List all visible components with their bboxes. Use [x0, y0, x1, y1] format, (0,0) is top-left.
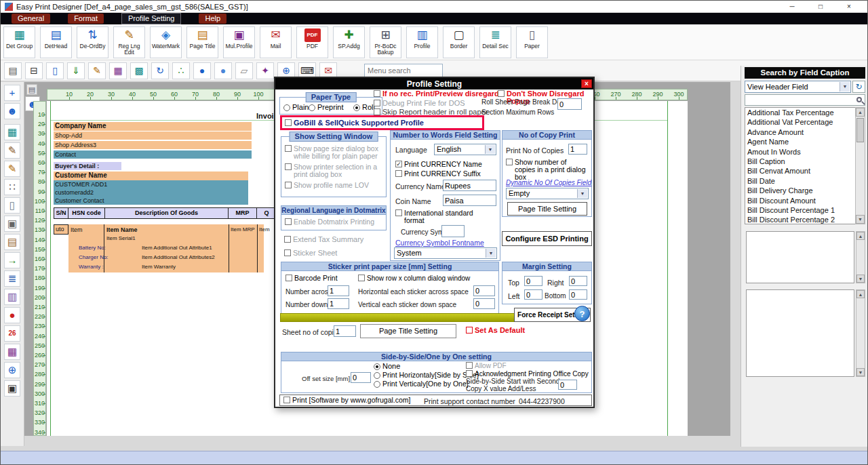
toolbar-sp-addg-button[interactable]: ✚SP.Addg	[333, 26, 365, 58]
field-list-item[interactable]: Bill Delivery Charge	[745, 186, 865, 195]
invoice-title[interactable]: Invoi	[256, 112, 274, 120]
debug-print-checkbox[interactable]: Debug Print File for DOS	[374, 100, 465, 107]
currency-symbol-input[interactable]	[441, 225, 465, 237]
no-rec-disregard-checkbox[interactable]: If no rec. Print/Preview disregard.	[374, 90, 501, 98]
scroll-up-icon[interactable]: ▲	[856, 108, 865, 117]
sticker-sheet-checkbox[interactable]: Sticker Sheet	[284, 249, 337, 257]
move-tool-button[interactable]: +	[4, 85, 20, 101]
customer-add2-field[interactable]: customeradd2	[54, 188, 248, 197]
field-list-item[interactable]: Bill Caption	[745, 157, 865, 166]
sheet-copies-input[interactable]	[334, 325, 356, 337]
row-column-window-checkbox[interactable]: Show row x column dialog window	[358, 275, 470, 282]
buyers-detail-label[interactable]: Buyer's Detail :	[54, 162, 121, 170]
dots-tool-button[interactable]: ∷	[4, 179, 20, 195]
number-down-input[interactable]	[328, 298, 349, 309]
language-select[interactable]: English	[434, 144, 496, 155]
menu-profile-setting[interactable]: Profile Setting	[121, 13, 181, 24]
table-header-sn[interactable]: S/N	[54, 207, 68, 219]
acknowledgment-checkbox[interactable]: Acknowledgment Printing Office Copy	[466, 370, 589, 378]
menu-general[interactable]: General	[12, 14, 50, 24]
toolbar-det-head-button[interactable]: ▤DetHead	[40, 26, 72, 58]
toolbar-watermark-button[interactable]: ◈WaterMark	[150, 26, 182, 58]
print-software-checkbox[interactable]: Print [Software by www.gofrugal.com]	[283, 397, 411, 404]
toolbar-pdf-button[interactable]: PDFPDF	[296, 26, 328, 58]
customer-add1-field[interactable]: CUSTOMER ADD1	[54, 180, 248, 188]
profile-lov-checkbox[interactable]: Show profile name LOV	[285, 182, 369, 189]
item-row-block[interactable]: Item Item Name Item MRP Item Item Serial…	[68, 224, 264, 272]
toolbar-mail-button[interactable]: ✉Mail	[260, 26, 292, 58]
globe-tool-button[interactable]: ⊕	[4, 362, 20, 378]
close-icon[interactable]: ×	[835, 1, 863, 12]
field-list-item[interactable]: Bill Cenvat Amount	[745, 166, 865, 176]
pen-tool-button[interactable]: ✎	[4, 161, 20, 177]
field-search-input[interactable]	[745, 94, 865, 106]
field-list-item[interactable]: Bill Date	[745, 176, 865, 186]
note-tool-button[interactable]: ▤	[4, 234, 20, 250]
currency-name-input[interactable]	[443, 180, 496, 191]
page-size-dialog-checkbox[interactable]: Show page size dialog box while billing …	[285, 145, 384, 160]
printer-selection-checkbox[interactable]: Show printer selection in a print dialog…	[285, 163, 384, 178]
toolbar-border-button[interactable]: ▢Border	[443, 26, 475, 58]
toolbar-reg-lng-edit-button[interactable]: ✎Reg Lng Edit	[113, 26, 145, 58]
paper-plain-radio[interactable]: Plain	[283, 104, 309, 111]
field-list-item[interactable]: Additional Vat Percentage	[745, 117, 865, 127]
page-title-setting-button-2[interactable]: Page Title Setting	[360, 324, 456, 338]
numbered-list-tool-button[interactable]: ≣	[4, 270, 20, 287]
field-list-item[interactable]: Agent Name	[745, 137, 865, 146]
field-list-item[interactable]: Advance Amount	[745, 127, 865, 137]
scroll-up-icon[interactable]: ▲	[856, 232, 865, 240]
help-icon[interactable]: ?	[574, 306, 590, 321]
toolbar-table-settings-button[interactable]: ▩	[130, 62, 148, 79]
toolbar-export-file-button[interactable]: ⇓	[67, 62, 85, 79]
toolbar-zoom-ball-button[interactable]: ●	[193, 62, 211, 79]
contact-field[interactable]: Contact	[54, 150, 252, 159]
side-horizontal-radio[interactable]: Print Horizontaly[Side by Side]	[374, 371, 479, 379]
shop-add-field[interactable]: Shop-Add	[54, 132, 252, 140]
dynamic-copies-link[interactable]: Dynamic No Of Copies Field	[506, 179, 591, 186]
menu-help[interactable]: Help	[199, 14, 226, 24]
start-second-input[interactable]	[558, 380, 577, 390]
refresh-icon[interactable]: ↻	[852, 81, 865, 93]
maximize-icon[interactable]: □	[806, 1, 835, 12]
h-space-input[interactable]	[473, 285, 495, 296]
extend-tax-checkbox[interactable]: Extend Tax Summary	[284, 236, 363, 243]
paper-roll-radio[interactable]: Roll	[353, 104, 375, 111]
table-header-hsn[interactable]: HSN code	[68, 207, 105, 219]
list-scroll-thumb[interactable]	[856, 118, 864, 142]
fontname-select[interactable]: System	[394, 247, 497, 259]
blank-page-tool-button[interactable]: ▯	[4, 197, 20, 214]
address-book-tool-button[interactable]: ▥	[4, 289, 20, 305]
side-vertical-radio[interactable]: Print Verticaly[One by One]	[374, 380, 469, 388]
margin-left-input[interactable]	[524, 289, 542, 300]
field-list-item[interactable]: Additional Tax Percentage	[745, 108, 865, 117]
window-titlebar[interactable]: Easy Print Designer [Def_a4_page_sales_s…	[1, 1, 867, 13]
auto-cell[interactable]: uto	[54, 224, 68, 235]
page-title-setting-button[interactable]: Page Title Setting	[507, 202, 587, 216]
export-tool-button[interactable]: →	[4, 252, 20, 268]
v-space-input[interactable]	[473, 298, 495, 309]
toolbar-stamp-button[interactable]: ✦	[256, 62, 274, 79]
enable-dotmatrix-checkbox[interactable]: Enable Dotmatrix Printing	[285, 218, 374, 226]
print-copies-input[interactable]	[568, 144, 587, 155]
toolbar-print-preview-button[interactable]: ▤	[4, 62, 22, 79]
toolbar-page-new-button[interactable]: ▯	[46, 62, 64, 79]
allow-pdf-checkbox[interactable]: Allow PDF	[466, 362, 507, 369]
machine-tool-button[interactable]: ▣	[4, 380, 20, 397]
set-as-default-checkbox[interactable]: Set As Default	[466, 327, 525, 334]
company-name-field[interactable]: Company Name	[54, 122, 252, 131]
dialog-close-icon[interactable]: ×	[581, 79, 592, 88]
number-across-input[interactable]	[328, 285, 349, 296]
scroll-up-icon[interactable]: ▲	[856, 290, 865, 298]
toolbar-detail-sec-button[interactable]: ≣Detail Sec	[479, 26, 511, 58]
field-list-item[interactable]: Amout In Words	[745, 147, 865, 157]
side-none-radio[interactable]: None	[374, 363, 400, 370]
toolbar-pr-bodc-bakup-button[interactable]: ⊞Pr-BoDc Bakup	[370, 26, 401, 58]
paper-preprint-radio[interactable]: Preprint	[309, 104, 344, 111]
menu-format[interactable]: Format	[68, 14, 104, 24]
scroll-down-icon[interactable]: ▼	[856, 275, 865, 283]
coin-name-input[interactable]	[443, 195, 496, 206]
customer-contact-field[interactable]: Customer Contact	[54, 197, 248, 205]
margin-bottom-input[interactable]	[569, 289, 587, 300]
corner-doc-icon[interactable]: ▤	[26, 84, 37, 95]
toolbar-page-title-button[interactable]: ▤Page Title	[186, 26, 218, 58]
